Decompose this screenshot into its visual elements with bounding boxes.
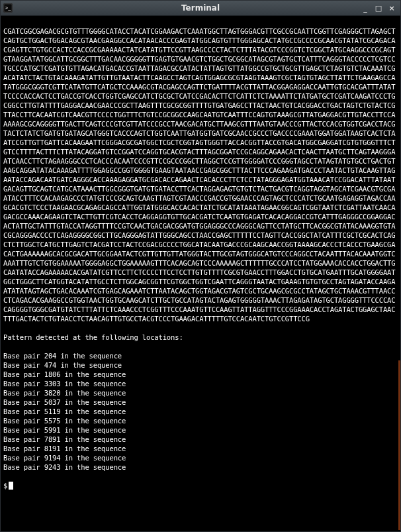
prompt-symbol: $: [3, 481, 7, 490]
scrollbar-thumb[interactable]: [398, 360, 400, 530]
terminal-body[interactable]: CGATCGGCGAGACGCGTGTTTGGGGCATACCTACATCGGA…: [1, 16, 400, 531]
terminal-window: >_ Terminal _ □ × CGATCGGCGAGACGCGTGTTTG…: [0, 0, 401, 532]
shell-prompt-line[interactable]: $: [3, 481, 398, 490]
result-line: Base pair 9243 in the sequence: [3, 462, 398, 472]
terminal-app-icon: >_: [3, 3, 13, 13]
result-line: Base pair 3820 in the sequence: [3, 388, 398, 398]
result-line: Base pair 5037 in the sequence: [3, 398, 398, 407]
cursor: [9, 482, 13, 490]
result-line: Base pair 3303 in the sequence: [3, 379, 398, 388]
result-line: Base pair 9194 in the sequence: [3, 453, 398, 462]
maximize-button[interactable]: □: [374, 3, 383, 13]
result-line: Base pair 1806 in the sequence: [3, 370, 398, 379]
result-line: Base pair 5991 in the sequence: [3, 425, 398, 435]
titlebar[interactable]: >_ Terminal _ □ ×: [1, 1, 400, 16]
sequence-output: CGATCGGCGAGACGCGTGTTTGGGGCATACCTACATCGGA…: [3, 27, 398, 323]
result-line: Base pair 8191 in the sequence: [3, 444, 398, 453]
minimize-button[interactable]: _: [361, 3, 370, 13]
result-line: Base pair 7891 in the sequence: [3, 435, 398, 444]
results-list: Base pair 204 in the sequenceBase pair 4…: [3, 351, 398, 472]
svg-text:>_: >_: [5, 5, 11, 11]
pattern-detected-message: Pattern detected at the following locati…: [3, 333, 398, 342]
result-line: Base pair 5119 in the sequence: [3, 407, 398, 416]
result-line: Base pair 5575 in the sequence: [3, 416, 398, 425]
result-line: Base pair 474 in the sequence: [3, 360, 398, 370]
result-line: Base pair 204 in the sequence: [3, 351, 398, 360]
title-buttons: _ □ ×: [361, 3, 400, 13]
close-button[interactable]: ×: [387, 3, 396, 13]
window-title: Terminal: [1, 3, 400, 13]
